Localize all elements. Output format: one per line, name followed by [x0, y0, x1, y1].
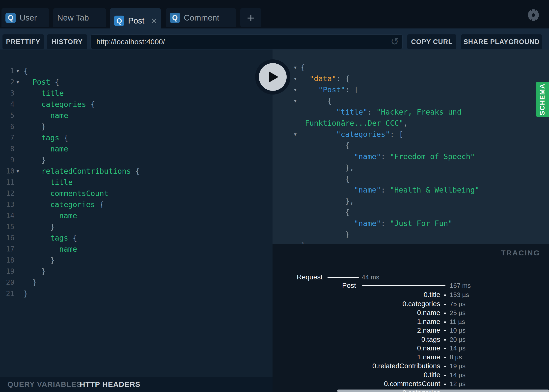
trace-row: 1.name8 µs: [273, 353, 549, 361]
endpoint-url-input[interactable]: [90, 34, 403, 49]
response-pane: ▾{▾"data": {▾"Post": [▾{"title": "Hacker…: [273, 49, 549, 244]
settings-gear-icon[interactable]: [527, 9, 539, 21]
trace-duration: 8 µs: [450, 353, 462, 361]
trace-label: 0.title: [273, 291, 440, 299]
editor-line: 21}: [0, 288, 273, 299]
response-line: {: [273, 207, 549, 218]
code-text: }: [50, 255, 55, 266]
code-text: }: [41, 266, 46, 277]
line-number: 16: [0, 232, 14, 244]
editor-line: 10▾relatedContributions {: [0, 166, 273, 177]
response-line: {: [273, 173, 549, 184]
history-button[interactable]: HISTORY: [47, 34, 87, 49]
copy-curl-button[interactable]: COPY CURL: [407, 34, 456, 49]
code-text: }: [24, 288, 28, 299]
fold-arrow-icon[interactable]: ▾: [16, 65, 20, 76]
code-text: }: [41, 154, 46, 166]
code-text: "categories": [: [336, 129, 403, 140]
share-playground-button[interactable]: SHARE PLAYGROUND: [461, 34, 542, 49]
trace-row: 0.title14 µs: [273, 371, 549, 379]
editor-line: 4categories {: [0, 99, 273, 110]
line-number: 20: [0, 277, 14, 288]
code-text: Post {: [32, 76, 59, 88]
fold-arrow-icon[interactable]: ▾: [293, 84, 297, 95]
tab-user[interactable]: QUser: [1, 8, 49, 27]
trace-row: 0.commentsCount12 µs: [273, 380, 549, 388]
trace-tick-icon: [444, 384, 446, 385]
code-text: commentsCount: [50, 188, 109, 199]
tab-label: Post: [128, 16, 144, 25]
query-variables-tab[interactable]: QUERY VARIABLES: [7, 380, 82, 389]
tab-label: User: [20, 13, 37, 23]
http-headers-tab[interactable]: HTTP HEADERS: [80, 380, 140, 389]
fold-arrow-icon[interactable]: ▾: [293, 73, 297, 84]
add-tab-button[interactable]: +: [240, 8, 261, 27]
tab-post[interactable]: QPost×: [110, 8, 161, 33]
line-number: 3: [0, 88, 14, 99]
fold-arrow-icon[interactable]: ▾: [293, 62, 297, 73]
code-text: }: [345, 229, 350, 240]
code-text: {: [301, 62, 305, 73]
trace-label: 0.name: [273, 309, 440, 317]
fold-arrow-icon[interactable]: ▾: [293, 95, 297, 106]
code-text: "name": "Just For Fun": [354, 218, 452, 229]
tab-bar: + QUserNew TabQPost×QComment: [0, 0, 549, 28]
schema-tab[interactable]: SCHEMA: [536, 82, 549, 117]
tab-new-tab[interactable]: New Tab: [53, 8, 106, 27]
refresh-schema-icon[interactable]: ↺: [390, 36, 399, 47]
editor-line: 13categories {: [0, 199, 273, 210]
trace-row: Post167 ms: [273, 281, 549, 290]
editor-line: 5name: [0, 110, 273, 121]
editor-line: 11title: [0, 177, 273, 188]
code-text: categories {: [41, 99, 95, 110]
response-line: ▾{: [273, 62, 549, 73]
editor-line: 8name: [0, 143, 273, 154]
trace-label: 0.categories: [273, 389, 440, 392]
trace-label: 0.commentsCount: [273, 380, 440, 388]
editor-line: 6}: [0, 121, 273, 132]
fold-arrow-icon[interactable]: ▾: [16, 76, 20, 88]
query-editor[interactable]: 1▾{2▾Post {3title4categories {5name6}7ta…: [0, 49, 273, 377]
editor-line: 14name: [0, 210, 273, 221]
trace-duration: 75 µs: [450, 300, 466, 308]
execute-query-button[interactable]: [255, 59, 290, 95]
editor-line: 2▾Post {: [0, 76, 273, 88]
code-text: name: [50, 143, 68, 154]
trace-duration: 25 µs: [450, 309, 466, 317]
code-text: },: [345, 162, 354, 173]
gear-hole: [532, 13, 535, 17]
trace-label: 2.name: [273, 326, 440, 335]
trace-duration: 20 µs: [450, 335, 466, 344]
fold-arrow-icon[interactable]: ▾: [16, 166, 20, 177]
line-number: 11: [0, 177, 14, 188]
code-text: name: [59, 244, 77, 255]
trace-row: 0.tags20 µs: [273, 335, 549, 344]
close-tab-icon[interactable]: ×: [151, 16, 157, 26]
prettify-button[interactable]: PRETTIFY: [2, 34, 44, 49]
editor-line: 18}: [0, 255, 273, 266]
response-line: ▾"Post": [: [273, 84, 549, 95]
fold-arrow-icon[interactable]: ▾: [293, 129, 297, 140]
code-text: ]: [301, 240, 305, 244]
code-text: name: [59, 210, 77, 221]
trace-label: 0.tags: [273, 335, 440, 344]
line-number: 19: [0, 266, 14, 277]
code-text: {: [327, 95, 332, 106]
tab-comment[interactable]: QComment: [166, 8, 236, 27]
trace-bar: [362, 285, 445, 286]
editor-line: 1▾{: [0, 65, 273, 76]
line-number: 5: [0, 110, 14, 121]
trace-tick-icon: [444, 366, 446, 367]
trace-tick-icon: [444, 357, 446, 358]
tab-label: Comment: [184, 13, 219, 23]
response-line: "title": "Hacker, Freaks und: [273, 106, 549, 118]
trace-tick-icon: [444, 330, 446, 331]
code-text: title: [41, 88, 64, 99]
query-badge-icon: Q: [5, 13, 16, 23]
trace-tick-icon: [444, 313, 446, 314]
code-text: tags {: [50, 232, 77, 244]
code-text: }: [50, 221, 55, 232]
code-text: {: [345, 207, 350, 218]
line-number: 10: [0, 166, 14, 177]
line-number: 13: [0, 199, 14, 210]
